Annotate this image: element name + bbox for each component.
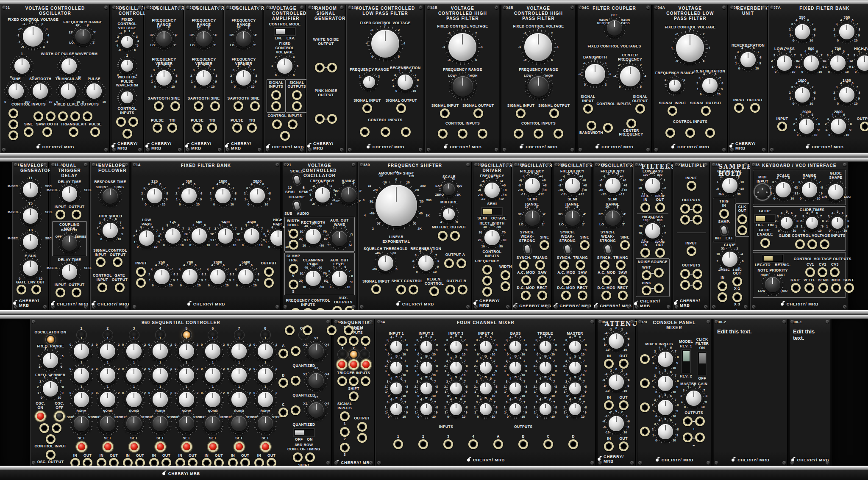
patch-jack[interactable] — [409, 285, 418, 294]
scale-rotary-switch[interactable] — [443, 183, 455, 195]
out-jack[interactable] — [267, 458, 276, 468]
patch-jack[interactable] — [680, 215, 690, 225]
rotary-rotary-switch[interactable] — [100, 416, 115, 431]
set-button[interactable] — [78, 443, 85, 450]
output-jack[interactable] — [72, 288, 81, 297]
frequency-range-rotary-switch[interactable] — [156, 31, 172, 47]
1-knob[interactable] — [121, 60, 133, 72]
bandwidth-knob[interactable] — [585, 64, 605, 84]
a-jack[interactable] — [278, 349, 288, 358]
tri-jack[interactable] — [247, 123, 257, 133]
frequency-vernier-knob[interactable] — [236, 70, 251, 86]
b-jack[interactable] — [278, 378, 288, 388]
pulse-knob[interactable] — [86, 83, 102, 99]
patch-jack[interactable] — [705, 128, 715, 138]
range-rotary-switch[interactable] — [525, 211, 540, 226]
gate-jack[interactable] — [17, 285, 26, 294]
patch-jack[interactable] — [83, 111, 92, 121]
500-knob[interactable] — [192, 228, 207, 244]
knob-knob[interactable] — [509, 403, 521, 415]
signal-output-jack[interactable] — [549, 108, 559, 118]
set-button[interactable] — [209, 443, 217, 450]
1-knob[interactable] — [14, 58, 30, 74]
patch-jack[interactable] — [136, 278, 146, 288]
glide-shape-knob[interactable] — [828, 184, 843, 200]
triangular-knob[interactable] — [61, 83, 76, 99]
in-jack[interactable] — [97, 458, 106, 468]
patch-jack[interactable] — [450, 231, 460, 241]
fixed-control-voltage-knob[interactable] — [277, 58, 292, 74]
input-jack[interactable] — [56, 210, 65, 219]
a-c-mod-jack[interactable] — [521, 275, 531, 285]
sine-jack[interactable] — [540, 240, 549, 250]
sine-jack[interactable] — [620, 240, 630, 250]
frequency-knob[interactable] — [315, 187, 330, 203]
regeneration-knob[interactable] — [418, 255, 434, 271]
frequency-knob[interactable] — [565, 178, 580, 193]
knob-knob[interactable] — [569, 362, 581, 374]
wht-jack[interactable] — [642, 270, 651, 280]
d-c-mod-jack[interactable] — [561, 291, 571, 300]
patch-jack[interactable] — [136, 267, 146, 277]
out-jack[interactable] — [109, 458, 119, 468]
knob-knob[interactable] — [658, 424, 673, 439]
patch-jack[interactable] — [33, 111, 43, 121]
sine-jack[interactable] — [250, 101, 260, 111]
input-jack[interactable] — [56, 288, 65, 297]
in-jack[interactable] — [175, 458, 185, 468]
patch-jack[interactable] — [340, 427, 350, 437]
sawtooth-jack[interactable] — [154, 101, 164, 111]
knob-knob[interactable] — [480, 341, 492, 353]
glide-switch[interactable] — [755, 215, 775, 222]
patch-jack[interactable] — [458, 129, 467, 139]
patch-jack[interactable] — [683, 433, 693, 442]
rotary-rotary-switch[interactable] — [126, 416, 142, 431]
center-frequency-knob[interactable] — [620, 66, 640, 86]
knob-knob[interactable] — [781, 217, 793, 229]
sawtooth-knob[interactable] — [33, 83, 48, 99]
knob-knob[interactable] — [153, 344, 168, 359]
rect-width-knob[interactable] — [306, 229, 321, 244]
samp-switch[interactable] — [721, 226, 727, 235]
patch-jack[interactable] — [357, 433, 367, 443]
rect-jack[interactable] — [537, 291, 547, 300]
knob-knob[interactable] — [179, 368, 194, 383]
knob-knob[interactable] — [609, 333, 624, 349]
env-out-jack[interactable] — [31, 285, 41, 294]
signal-input-jack[interactable] — [516, 108, 526, 118]
signal-input-jack[interactable] — [583, 104, 593, 114]
patch-jack[interactable] — [693, 269, 702, 279]
250-knob[interactable] — [795, 24, 810, 39]
patch-jack[interactable] — [640, 378, 650, 388]
a-c-mod-jack[interactable] — [602, 275, 612, 285]
knob-knob[interactable] — [258, 368, 273, 383]
cv3-jack[interactable] — [830, 267, 840, 277]
control-input-jack[interactable] — [97, 283, 107, 292]
patch-jack[interactable] — [718, 281, 727, 291]
patch-jack[interactable] — [820, 239, 829, 249]
fixed-control-voltage-knob[interactable] — [524, 33, 552, 61]
2000-knob[interactable] — [210, 269, 225, 284]
out-jack[interactable] — [83, 458, 92, 468]
signal-input-jack[interactable] — [362, 103, 372, 113]
knob-knob[interactable] — [450, 362, 462, 374]
signal-input-jack[interactable] — [96, 257, 106, 267]
fixed-control-voltage-knob[interactable] — [23, 26, 43, 47]
frequency-vernier-knob[interactable] — [156, 70, 172, 86]
knob-knob[interactable] — [609, 375, 624, 390]
knob-knob[interactable] — [231, 392, 247, 407]
amount-of-shift-knob[interactable] — [376, 185, 417, 226]
patch-jack[interactable] — [52, 423, 61, 433]
out-jack[interactable] — [214, 458, 224, 468]
frequency-knob[interactable] — [484, 183, 500, 198]
knob-knob[interactable] — [509, 341, 521, 353]
saw-jack[interactable] — [618, 275, 628, 285]
patch-jack[interactable] — [680, 280, 690, 290]
frequency-range-rotary-switch[interactable] — [529, 76, 549, 97]
d-c-mod-jack[interactable] — [521, 291, 531, 300]
knob-knob[interactable] — [205, 392, 220, 407]
signal-input-jack[interactable] — [440, 108, 450, 118]
knob-knob[interactable] — [390, 383, 402, 394]
in-jack[interactable] — [228, 458, 238, 468]
rocker-switch[interactable] — [762, 255, 783, 262]
